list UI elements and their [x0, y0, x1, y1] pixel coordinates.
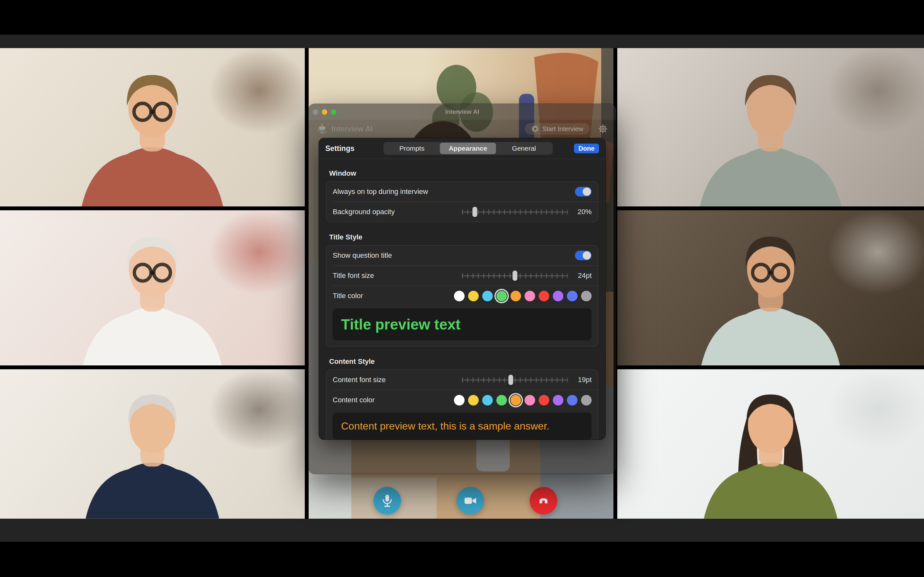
color-swatch-7[interactable] — [553, 395, 564, 406]
settings-title: Settings — [325, 144, 355, 153]
app-header: Interview AI Start Interview — [309, 120, 616, 138]
background-opacity-value: 20% — [573, 208, 591, 216]
content-preview-box: Content preview text, this is a sample a… — [333, 413, 591, 440]
slider-thumb[interactable] — [472, 207, 477, 217]
always-on-top-toggle[interactable] — [575, 187, 591, 197]
participant-silhouette — [0, 223, 305, 366]
call-app-bottom-bar — [0, 519, 924, 542]
settings-tab-bar: Prompts Appearance General — [383, 142, 553, 155]
video-tile-bottom-left-man — [0, 369, 305, 519]
hangup-button[interactable] — [530, 487, 557, 514]
title-color-swatches — [454, 291, 591, 301]
show-question-title-toggle[interactable] — [575, 251, 591, 260]
section-label-window: Window — [329, 169, 598, 178]
content-preview-text: Content preview text, this is a sample a… — [341, 420, 549, 432]
settings-panel-body: Window Always on top during interview Ba… — [319, 159, 606, 440]
setting-row-show-question-title: Show question title — [326, 245, 598, 266]
slider-thumb[interactable] — [513, 271, 517, 281]
color-swatch-4[interactable] — [510, 291, 521, 301]
start-interview-button[interactable]: Start Interview — [525, 123, 590, 135]
setting-row-content-color: Content color — [326, 390, 598, 410]
background-opacity-slider[interactable] — [462, 206, 568, 218]
video-tile-bottom-right-woman — [617, 369, 924, 519]
video-tile-top-left-man — [0, 48, 305, 206]
participant-silhouette — [0, 61, 305, 206]
camera-icon — [463, 493, 478, 508]
title-preview-text: Title preview text — [341, 316, 460, 333]
title-font-size-slider[interactable] — [462, 270, 568, 281]
window-titlebar[interactable]: Interview AI — [309, 104, 616, 120]
content-color-swatches — [454, 395, 591, 406]
setting-row-title-font-size: Title font size 24pt — [326, 266, 598, 285]
setting-label: Content color — [333, 396, 454, 404]
color-swatch-3[interactable] — [496, 395, 507, 406]
settings-panel-header: Settings Prompts Appearance General Done — [319, 138, 606, 159]
color-swatch-9[interactable] — [581, 395, 591, 406]
slider-ticks — [462, 378, 568, 382]
gear-icon[interactable] — [598, 124, 607, 134]
video-tile-middle-right-man — [617, 210, 924, 366]
camera-button[interactable] — [457, 487, 484, 514]
setting-label: Title color — [333, 292, 454, 300]
settings-panel: Settings Prompts Appearance General Done… — [319, 138, 606, 440]
microphone-icon — [380, 493, 395, 508]
color-swatch-3[interactable] — [496, 291, 507, 301]
content-font-size-value: 19pt — [573, 376, 591, 384]
color-swatch-5[interactable] — [525, 291, 535, 301]
tab-general[interactable]: General — [496, 143, 552, 154]
title-font-size-value: 24pt — [573, 271, 591, 280]
title-style-card: Show question title Title font size 24pt — [326, 245, 598, 347]
call-app-top-bar — [0, 35, 924, 48]
setting-row-content-font-size: Content font size 19pt — [326, 370, 598, 390]
setting-label: Show question title — [333, 251, 575, 259]
robot-icon — [317, 123, 328, 134]
setting-row-always-on-top: Always on top during interview — [326, 182, 598, 201]
setting-label: Content font size — [333, 376, 462, 384]
section-label-content-style: Content Style — [329, 357, 598, 366]
toggle-knob — [583, 187, 591, 196]
color-swatch-8[interactable] — [567, 395, 577, 406]
done-button[interactable]: Done — [574, 143, 599, 153]
window-title: Interview AI — [309, 108, 616, 115]
color-swatch-6[interactable] — [539, 291, 549, 301]
participant-silhouette — [617, 61, 924, 206]
color-swatch-6[interactable] — [539, 395, 549, 406]
play-icon — [531, 125, 539, 133]
tab-appearance[interactable]: Appearance — [440, 143, 496, 154]
tab-prompts[interactable]: Prompts — [384, 143, 440, 154]
app-name: Interview AI — [331, 125, 373, 133]
participant-silhouette — [617, 223, 924, 366]
setting-row-title-color: Title color — [326, 286, 598, 306]
interview-ai-window: Interview AI Interview AI Start Intervie… — [309, 104, 616, 474]
window-settings-card: Always on top during interview Backgroun… — [326, 181, 598, 222]
toggle-knob — [583, 251, 591, 259]
color-swatch-1[interactable] — [468, 395, 479, 406]
start-interview-label: Start Interview — [542, 125, 583, 133]
setting-label: Always on top during interview — [333, 187, 575, 196]
section-label-title-style: Title Style — [329, 232, 598, 242]
color-swatch-5[interactable] — [525, 395, 535, 406]
hangup-icon — [536, 493, 551, 508]
content-style-card: Content font size 19pt Content color — [326, 370, 598, 440]
setting-label: Background opacity — [333, 208, 462, 216]
participant-silhouette — [0, 381, 305, 519]
color-swatch-0[interactable] — [454, 395, 465, 406]
setting-row-background-opacity: Background opacity 20% — [326, 202, 598, 222]
color-swatch-0[interactable] — [454, 291, 465, 301]
content-font-size-slider[interactable] — [462, 374, 568, 385]
setting-label: Title font size — [333, 271, 462, 280]
microphone-button[interactable] — [373, 487, 401, 514]
slider-ticks — [462, 210, 568, 214]
video-tile-middle-left-woman — [0, 210, 305, 366]
color-swatch-7[interactable] — [553, 291, 564, 301]
color-swatch-8[interactable] — [567, 291, 577, 301]
color-swatch-1[interactable] — [468, 291, 479, 301]
participant-silhouette — [617, 381, 924, 519]
color-swatch-9[interactable] — [581, 291, 591, 301]
color-swatch-2[interactable] — [482, 291, 493, 301]
color-swatch-4[interactable] — [510, 395, 521, 406]
video-tile-top-right-man — [617, 48, 924, 206]
title-preview-box: Title preview text — [333, 308, 591, 340]
slider-thumb[interactable] — [508, 375, 513, 385]
color-swatch-2[interactable] — [482, 395, 493, 406]
